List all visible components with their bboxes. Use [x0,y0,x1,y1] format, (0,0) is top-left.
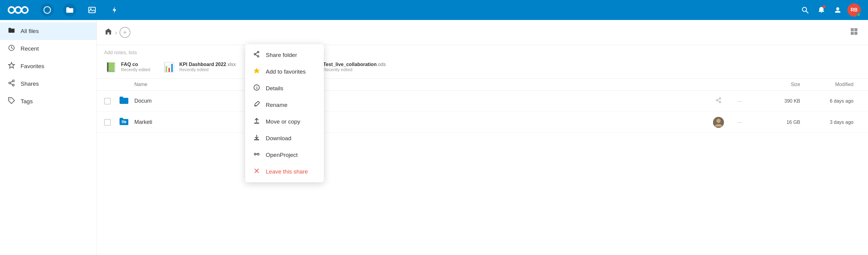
recent-file-faq[interactable]: 📗 FAQ co Recently edited [104,60,150,74]
openproject-icon [252,151,261,159]
recent-files-list: 📗 FAQ co Recently edited 📊 KPI Dashboard… [104,60,861,74]
sidebar: All files Recent Favorites Shares Tags [0,20,97,255]
recent-files-section: Add notes, lists 📗 FAQ co Recently edite… [97,45,868,79]
svg-line-25 [718,101,719,102]
context-menu-item-share-folder[interactable]: Share folder [245,47,324,63]
svg-rect-39 [254,139,259,140]
checkbox-1[interactable] [104,98,111,105]
sidebar-item-shares[interactable]: Shares [0,75,97,93]
avatar-status-dot [857,13,861,16]
svg-point-28 [716,119,721,123]
table-row[interactable]: ⬡ Marketi ··· 16 GB 3 days ago [97,112,868,133]
topbar-nav [40,3,798,17]
svg-line-24 [718,99,719,100]
topbar-right: RB [798,3,861,17]
nav-folder-icon[interactable] [63,3,76,17]
sidebar-item-favorites[interactable]: Favorites [0,58,97,75]
svg-marker-10 [8,62,14,68]
row-modified-1: 6 days ago [800,98,861,104]
svg-line-14 [10,81,13,82]
row-share-1[interactable] [709,97,727,105]
main-layout: All files Recent Favorites Shares Tags [0,20,868,255]
sidebar-label-recent: Recent [21,46,39,52]
context-label-details: Details [266,85,283,92]
context-menu-item-download[interactable]: Download [245,130,324,147]
svg-line-7 [806,11,808,13]
svg-point-23 [719,102,721,103]
svg-line-15 [10,83,13,85]
breadcrumb-separator: › [115,29,117,36]
recent-icon [7,44,16,53]
svg-rect-20 [855,32,858,35]
recent-file-collaboration-info: Test_live_collaboration.ods Recently edi… [323,62,386,72]
logo[interactable] [7,4,31,16]
share-folder-icon [252,51,261,59]
notifications-icon[interactable] [815,3,828,17]
context-menu-item-openproject[interactable]: OpenProject [245,147,324,163]
sidebar-item-recent[interactable]: Recent [0,40,97,58]
svg-point-2 [22,7,28,13]
table-row[interactable]: Docum ··· 390 KB 6 days ago [97,90,868,112]
context-label-openproject: OpenProject [266,152,298,159]
tags-icon [7,97,16,106]
leave-share-icon [252,168,261,176]
search-icon[interactable] [798,3,812,17]
recent-file-faq-icon: 📗 [104,60,117,74]
row-check-1[interactable] [104,98,119,105]
recent-file-faq-time: Recently edited [121,67,150,72]
row-icon-2: ⬡ [119,116,134,129]
file-table-header: Name Size Modified [97,79,868,90]
svg-line-32 [255,52,257,54]
avatar[interactable]: RB [847,3,861,17]
svg-point-16 [10,99,10,100]
checkbox-2[interactable] [104,119,111,126]
view-toggle-button[interactable] [847,25,861,40]
svg-point-40 [254,153,256,155]
context-label-leave-share: Leave this share [266,168,308,175]
context-menu-item-leave-share[interactable]: Leave this share [245,163,324,180]
nav-lightning-icon[interactable] [108,3,121,17]
context-label-share-folder: Share folder [266,52,297,58]
svg-rect-17 [851,28,854,31]
nav-circle-icon[interactable] [40,3,54,17]
recent-file-kpi-icon: 📊 [162,60,176,74]
svg-rect-18 [855,28,858,31]
context-menu-item-move-copy[interactable]: Move or copy [245,113,324,130]
context-menu-item-rename[interactable]: Rename [245,96,324,113]
context-menu-item-details[interactable]: i Details [245,80,324,96]
sidebar-item-tags[interactable]: Tags [0,93,97,110]
svg-point-41 [257,153,259,155]
recent-file-kpi-info: KPI Dashboard 2022.xlsx Recently edited [180,62,236,72]
recent-file-kpi-time: Recently edited [180,67,236,72]
context-label-rename: Rename [266,102,287,108]
row-actions-1[interactable]: ··· [727,97,752,105]
row-icon-1 [119,95,134,107]
sidebar-label-shares: Shares [21,81,39,87]
all-files-icon [7,27,16,36]
contacts-icon[interactable] [831,3,844,17]
file-table: Docum ··· 390 KB 6 days ago ⬡ Marketi [97,90,868,255]
breadcrumb-add-button[interactable]: + [120,27,130,38]
content: › + Add notes, lists 📗 FAQ co Recently e… [97,20,868,255]
svg-rect-38 [254,123,259,123]
recent-file-kpi[interactable]: 📊 KPI Dashboard 2022.xlsx Recently edite… [162,60,236,74]
svg-point-22 [716,100,718,101]
row-check-2[interactable] [104,119,119,126]
recent-file-collaboration-time: Recently edited [323,67,386,72]
svg-point-11 [12,80,14,82]
sidebar-label-all-files: All files [21,28,39,34]
nav-image-icon[interactable] [85,3,99,17]
move-copy-icon [252,117,261,126]
svg-text:i: i [256,86,257,90]
rename-icon [252,101,261,109]
sidebar-item-all-files[interactable]: All files [0,22,97,40]
context-menu-item-add-favorites[interactable]: Add to favorites [245,63,324,80]
context-label-move-copy: Move or copy [266,118,300,125]
svg-point-0 [8,7,14,13]
topbar: RB [0,0,868,20]
row-size-2: 16 GB [752,120,800,125]
header-size: Size [752,82,800,87]
breadcrumb-home[interactable] [104,27,113,37]
recent-files-hint: Add notes, lists [104,50,861,55]
row-actions-2[interactable]: ··· [727,119,752,126]
